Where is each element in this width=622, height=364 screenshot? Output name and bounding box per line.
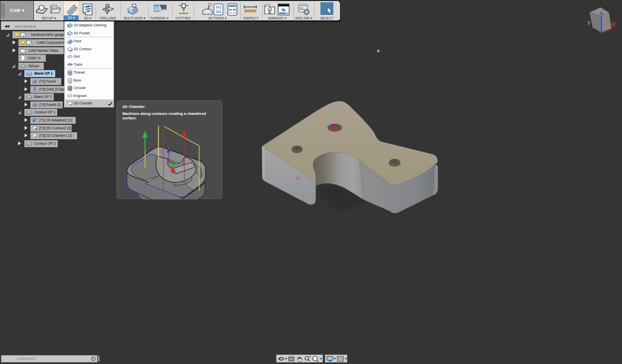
svg-text:G2: G2: [216, 9, 221, 14]
svg-text:G1: G1: [216, 5, 221, 9]
svg-text:%: %: [282, 7, 286, 12]
